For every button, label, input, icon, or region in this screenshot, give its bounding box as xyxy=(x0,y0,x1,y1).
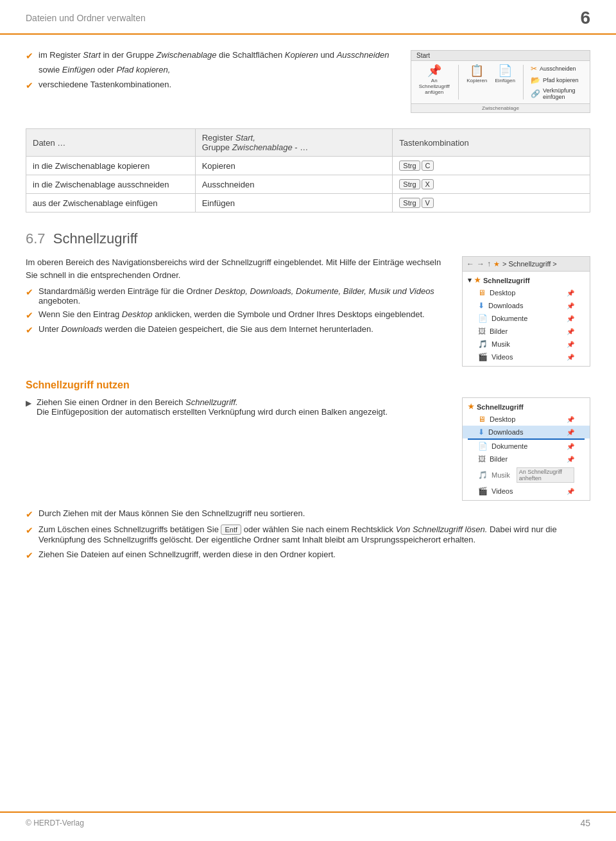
nav-star-icon: ★ xyxy=(493,260,500,268)
table-cell-tasto-1: Strg C xyxy=(393,157,590,175)
musik-icon-2: 🎵 xyxy=(478,471,488,480)
nutzen-content: ▶ Ziehen Sie einen Ordner in den Bereich… xyxy=(26,397,590,501)
check-icon-s67-1: ✔ xyxy=(26,287,33,297)
footer-page-number: 45 xyxy=(580,818,590,828)
table-cell-daten-1: in die Zwischenablage kopieren xyxy=(26,157,196,175)
ribbon-right-btn-verknuepfung: 🔗 Verknüpfung einfügen xyxy=(529,87,586,101)
page-header: Dateien und Ordner verwalten 6 xyxy=(0,0,616,35)
root-label: Schnellzugriff xyxy=(483,277,530,284)
tree2-item-downloads: ⬇ Downloads 📌 xyxy=(463,426,590,438)
desktop-icon-2: 🖥 xyxy=(478,415,486,424)
bullet-3: ✔ verschiedene Tastenkombinationen. xyxy=(26,80,395,91)
bilder-label: Bilder xyxy=(490,327,508,335)
pin-icon-downloads-2: 📌 xyxy=(567,429,574,436)
nutzen-bullet-3-text: Zum Löschen eines Schnellzugriffs betäti… xyxy=(38,525,590,544)
schnell-root-2: ★ Schnellzugriff xyxy=(463,401,590,413)
pfad-icon: 📂 xyxy=(531,76,540,85)
videos-icon-2: 🎬 xyxy=(478,487,488,496)
section-67-text: Im oberen Bereich des Navigationsbereich… xyxy=(26,256,447,367)
expand-icon: ▾ xyxy=(468,276,472,284)
dokumente-icon-2: 📄 xyxy=(478,442,488,451)
check-icon-nutzen-3: ✔ xyxy=(26,525,33,535)
ribbon-right-btn-pfad: 📂 Pfad kopieren xyxy=(529,75,586,85)
check-icon-1: ✔ xyxy=(26,51,33,61)
ribbon-btn-einfuegen: 📄 Einfügen xyxy=(492,64,518,101)
videos-label: Videos xyxy=(492,353,513,361)
bullet-2-text: sowie Einfügen oder Pfad kopieren, xyxy=(38,65,170,74)
table-cell-tasto-2: Strg X xyxy=(393,175,590,194)
table-cell-tasto-3: Strg V xyxy=(393,194,590,212)
kbd-c: C xyxy=(422,160,434,171)
col-header-daten: Daten … xyxy=(26,129,196,157)
arrow-icon-1: ▶ xyxy=(26,399,31,408)
musik-label-2: Musik xyxy=(492,471,510,479)
nutzen-section: Schnellzugriff nutzen ▶ Ziehen Sie einen… xyxy=(26,379,590,560)
footer-copyright: © HERDT-Verlag xyxy=(26,819,84,828)
check-icon-3: ✔ xyxy=(26,80,33,91)
kbd-strg-3: Strg xyxy=(399,198,420,208)
check-icon-nutzen-4: ✔ xyxy=(26,550,33,560)
kopieren-label: Kopieren xyxy=(466,78,487,83)
s67-bullet-3: ✔ Unter Downloads werden die Dateien ges… xyxy=(26,324,447,335)
kbd-x: X xyxy=(422,179,434,189)
kopieren-icon: 📋 xyxy=(470,65,484,76)
musik-label: Musik xyxy=(492,340,510,348)
tree2-item-musik: 🎵 Musik An Schnellzugriff anheften xyxy=(463,465,590,485)
pin-icon-dokumente: 📌 xyxy=(567,315,574,322)
table-row: in die Zwischenablage ausschneiden Aussc… xyxy=(26,175,590,194)
schnell-tree-2: ★ Schnellzugriff 🖥 Desktop 📌 ⬇ Downloads… xyxy=(463,398,590,500)
dokumente-label-2: Dokumente xyxy=(492,442,527,450)
col-header-register: Register Start,Gruppe Zwischenablage - … xyxy=(195,129,393,157)
scissors-icon: ✂ xyxy=(531,64,537,73)
ribbon-right-btn-ausschneiden: ✂ Ausschneiden xyxy=(529,64,586,74)
schnell-panel-1: ← → ↑ ★ > Schnellzugriff > ▾ ★ Schnellzu… xyxy=(462,256,590,367)
dokumente-icon: 📄 xyxy=(478,314,488,323)
tree-item-desktop: 🖥 Desktop 📌 xyxy=(463,286,590,299)
ribbon-divider-1 xyxy=(458,65,459,100)
ausschneiden-label: Ausschneiden xyxy=(540,65,576,72)
section-67-main: Im oberen Bereich des Navigationsbereich… xyxy=(26,256,590,367)
nutzen-bullet-4: ✔ Ziehen Sie Dateien auf einen Schnellzu… xyxy=(26,550,590,560)
pin-icon-bilder: 📌 xyxy=(567,328,574,335)
ribbon-content: 📌 An Schnellzugriffanfügen 📋 Kopieren 📄 … xyxy=(411,61,590,103)
anfuegen-icon: 📌 xyxy=(427,65,441,76)
pin-icon-desktop-2: 📌 xyxy=(567,416,574,423)
videos-icon: 🎬 xyxy=(478,352,488,361)
tree2-item-bilder: 🖼 Bilder 📌 xyxy=(463,453,590,465)
verknuepfung-icon: 🔗 xyxy=(531,89,540,98)
schnell-root: ▾ ★ Schnellzugriff xyxy=(463,274,590,286)
page-footer: © HERDT-Verlag 45 xyxy=(0,811,616,828)
tree2-item-desktop: 🖥 Desktop 📌 xyxy=(463,413,590,426)
tree-item-videos: 🎬 Videos 📌 xyxy=(463,351,590,363)
ribbon-btn-kopieren: 📋 Kopieren xyxy=(464,64,490,101)
tree-item-musik: 🎵 Musik 📌 xyxy=(463,338,590,351)
einfuegen-icon: 📄 xyxy=(498,65,512,76)
nutzen-text: ▶ Ziehen Sie einen Ordner in den Bereich… xyxy=(26,397,447,501)
anfuegen-label: An Schnellzugriffanfügen xyxy=(419,78,450,95)
nav-schnell-label: > Schnellzugriff > xyxy=(502,260,557,268)
pin-icon-bilder-2: 📌 xyxy=(567,456,574,463)
pin-icon-desktop: 📌 xyxy=(567,290,574,297)
table-cell-register-2: Ausschneiden xyxy=(195,175,393,194)
kbd-v: V xyxy=(422,198,434,208)
ribbon-screenshot: Start 📌 An Schnellzugriffanfügen 📋 Kopie… xyxy=(411,50,590,113)
root-star-icon: ★ xyxy=(474,276,481,284)
nutzen-bullet-2-text: Durch Ziehen mit der Maus können Sie den… xyxy=(38,508,305,518)
downloads-label-2: Downloads xyxy=(488,428,523,436)
nav-up-icon: ↑ xyxy=(487,259,491,268)
table-row: aus der Zwischenablage einfügen Einfügen… xyxy=(26,194,590,212)
s67-bullet-1-text: Standardmäßig werden Einträge für die Or… xyxy=(38,286,447,306)
nutzen-bullet-2: ✔ Durch Ziehen mit der Maus können Sie d… xyxy=(26,508,590,519)
downloads-icon-2: ⬇ xyxy=(478,428,484,437)
tree-item-dokumente: 📄 Dokumente 📌 xyxy=(463,312,590,325)
tree2-item-videos: 🎬 Videos 📌 xyxy=(463,485,590,498)
bilder-icon-2: 🖼 xyxy=(478,455,486,464)
ribbon-divider-2 xyxy=(523,65,524,100)
kbd-strg-2: Strg xyxy=(399,179,420,189)
col-header-tastenkombination: Tastenkombination xyxy=(393,129,590,157)
pin-icon-musik: 📌 xyxy=(567,341,574,348)
pin-icon-dokumente-2: 📌 xyxy=(567,443,574,450)
chapter-title: Dateien und Ordner verwalten xyxy=(26,13,146,23)
downloads-label: Downloads xyxy=(488,302,523,309)
kbd-combo-3: Strg V xyxy=(399,198,434,208)
